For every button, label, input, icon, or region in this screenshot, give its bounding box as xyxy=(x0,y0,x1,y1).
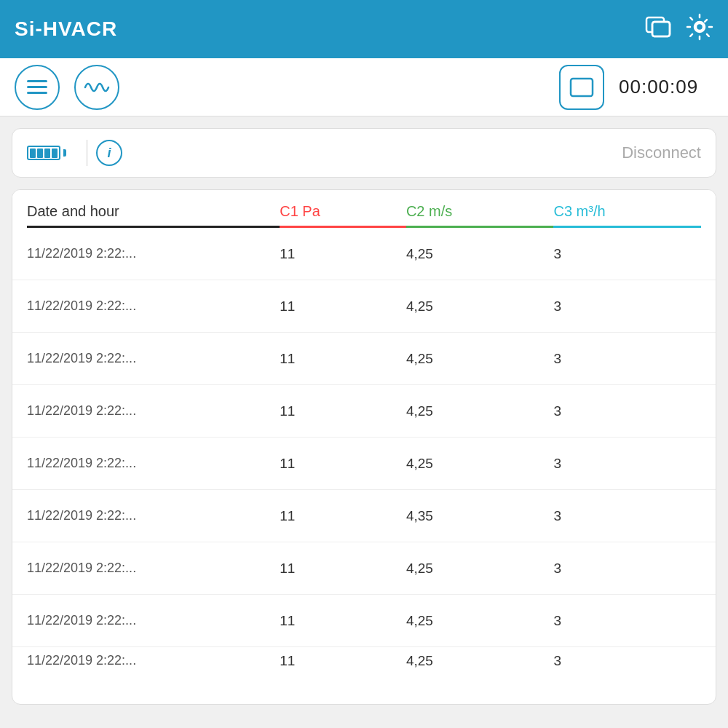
table-row-partial: 11/22/2019 2:22:... 11 4,25 3 xyxy=(12,647,716,676)
cell-c1: 11 xyxy=(280,613,406,629)
cell-c2: 4,25 xyxy=(406,298,554,314)
header-icons xyxy=(645,13,713,46)
cell-date: 11/22/2019 2:22:... xyxy=(27,403,280,419)
cell-date: 11/22/2019 2:22:... xyxy=(27,351,280,366)
cell-c3: 3 xyxy=(553,298,701,314)
cell-date: 11/22/2019 2:22:... xyxy=(27,298,280,314)
cell-c3: 3 xyxy=(553,613,701,629)
svg-rect-5 xyxy=(27,80,47,82)
table-row: 11/22/2019 2:22:... 11 4,25 3 xyxy=(12,228,716,280)
cell-c2: 4,25 xyxy=(406,403,554,419)
app-header: Si-HVACR xyxy=(0,0,728,58)
cell-c1: 11 xyxy=(280,456,406,472)
svg-rect-8 xyxy=(571,79,593,96)
cell-c2: 4,25 xyxy=(406,246,554,262)
column-header-c3: C3 m³/h xyxy=(553,203,701,228)
cell-date: 11/22/2019 2:22:... xyxy=(27,456,280,471)
cell-c3: 3 xyxy=(553,456,701,472)
cell-c3: 3 xyxy=(553,351,701,367)
info-button[interactable]: i xyxy=(96,140,122,166)
cell-c1: 11 xyxy=(280,351,406,367)
cell-c2: 4,25 xyxy=(406,653,554,669)
cell-c3: 3 xyxy=(553,653,701,669)
table-row: 11/22/2019 2:22:... 11 4,25 3 xyxy=(12,438,716,490)
cell-c2: 4,25 xyxy=(406,613,554,629)
svg-point-3 xyxy=(696,23,703,31)
copy-icon[interactable] xyxy=(645,16,671,43)
column-header-date: Date and hour xyxy=(27,203,280,228)
svg-rect-1 xyxy=(652,22,670,36)
cell-date: 11/22/2019 2:22:... xyxy=(27,653,280,668)
cell-c3: 3 xyxy=(553,508,701,524)
table-row: 11/22/2019 2:22:... 11 4,35 3 xyxy=(12,490,716,542)
column-header-c2: C2 m/s xyxy=(406,203,554,228)
cell-c3: 3 xyxy=(553,246,701,262)
table-row: 11/22/2019 2:22:... 11 4,25 3 xyxy=(12,333,716,385)
cell-date: 11/22/2019 2:22:... xyxy=(27,613,280,628)
table-row: 11/22/2019 2:22:... 11 4,25 3 xyxy=(12,385,716,438)
cell-c1: 11 xyxy=(280,246,406,262)
wave-view-button[interactable] xyxy=(74,65,119,110)
table-scroll-area[interactable]: 11/22/2019 2:22:... 11 4,25 3 11/22/2019… xyxy=(12,228,716,698)
screen-button[interactable] xyxy=(559,65,604,110)
cell-c2: 4,25 xyxy=(406,561,554,577)
column-header-c1: C1 Pa xyxy=(280,203,406,228)
cell-date: 11/22/2019 2:22:... xyxy=(27,508,280,523)
settings-icon[interactable] xyxy=(686,13,713,46)
cell-date: 11/22/2019 2:22:... xyxy=(27,561,280,576)
status-bar: i Disconnect xyxy=(12,128,716,178)
cell-c1: 11 xyxy=(280,653,406,669)
cell-c1: 11 xyxy=(280,508,406,524)
list-view-button[interactable] xyxy=(15,65,60,110)
disconnect-button[interactable]: Disconnect xyxy=(622,143,701,162)
table-row: 11/22/2019 2:22:... 11 4,25 3 xyxy=(12,542,716,595)
app-title: Si-HVACR xyxy=(15,17,117,41)
cell-c3: 3 xyxy=(553,561,701,577)
cell-c3: 3 xyxy=(553,403,701,419)
data-table: Date and hour C1 Pa C2 m/s C3 m³/h 11/22… xyxy=(12,189,716,705)
timer-display: 00:00:09 xyxy=(619,76,713,98)
toolbar: 00:00:09 xyxy=(0,58,728,116)
cell-c2: 4,25 xyxy=(406,456,554,472)
battery-icon xyxy=(27,146,66,160)
cell-c1: 11 xyxy=(280,403,406,419)
divider xyxy=(87,140,87,166)
svg-rect-7 xyxy=(27,92,47,94)
table-header: Date and hour C1 Pa C2 m/s C3 m³/h xyxy=(12,190,716,228)
table-row: 11/22/2019 2:22:... 11 4,25 3 xyxy=(12,595,716,647)
cell-c2: 4,35 xyxy=(406,508,554,524)
cell-date: 11/22/2019 2:22:... xyxy=(27,246,280,261)
cell-c1: 11 xyxy=(280,298,406,314)
svg-rect-6 xyxy=(27,86,47,88)
cell-c1: 11 xyxy=(280,561,406,577)
cell-c2: 4,25 xyxy=(406,351,554,367)
table-row: 11/22/2019 2:22:... 11 4,25 3 xyxy=(12,280,716,333)
